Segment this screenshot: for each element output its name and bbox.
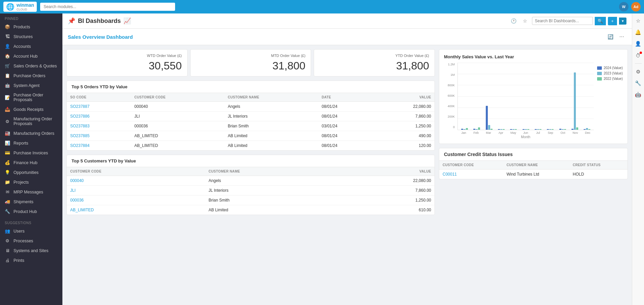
sidebar-item-reports[interactable]: 📊 Reports [0,138,62,148]
topbar-right: W Ad [619,2,641,11]
accounts-icon: 👤 [5,44,10,49]
table-cell: AB Limited [205,205,344,215]
sidebar-item-structures[interactable]: 🏗 Structures [0,32,62,41]
robot-strip-icon[interactable]: 🤖 [634,90,643,99]
sidebar-item-purchase-orders[interactable]: 📋 Purchase Orders [0,71,62,81]
settings-strip-icon[interactable]: ⚙ [634,67,643,77]
top5-customers-title: Top 5 Customers YTD by Value [67,155,435,167]
user-avatar[interactable]: W [619,2,628,11]
sidebar-item-projects-label: Projects [13,180,29,185]
add-button[interactable]: + [608,17,617,25]
month-group [581,128,593,130]
col-credit-status: CREDIT STATUS [569,161,627,170]
top5-orders-card: Top 5 Orders YTD by Value SO CODE CUSTOM… [66,81,435,151]
page-header: 📌 BI Dashboards 📈 🕐 ☆ 🔍 + ▼ [62,13,632,29]
table-cell: Angels [205,176,344,186]
add-caret-button[interactable]: ▼ [619,18,626,25]
sidebar-item-systems-sites[interactable]: 🖥 Systems and Sites [0,246,62,255]
col-value: VALUE [374,93,435,102]
finance-hub-icon: 💰 [5,160,10,165]
sidebar-item-mrp-messages[interactable]: ✉ MRP Messages [0,187,62,197]
strip-divider-1 [635,63,642,64]
col-customer-code: CUSTOMER CODE [131,93,224,102]
chart-bar [525,129,527,130]
chart-bar [537,129,539,130]
sidebar-item-goods-receipts[interactable]: 📥 Goods Receipts [0,104,62,114]
content-area: WTD Order Value (£) 30,550 MTD Order Val… [62,45,632,219]
col-cust-value: VALUE [344,167,435,176]
table-row: JLIJL Interiors7,860.00 [67,186,435,195]
search-bi-input[interactable] [532,17,593,25]
sidebar-item-projects[interactable]: 📁 Projects [0,177,62,187]
chart-legend: 2024 (Value) 2023 (Value) 2022 (Value) [597,63,623,139]
processes-icon: ⚙ [5,238,10,243]
systems-sites-icon: 🖥 [5,248,10,253]
sidebar-item-product-hub[interactable]: 🔧 Product Hub [0,207,62,216]
table-cell: 000040 [131,102,224,112]
table-cell: AB_LIMITED [131,141,224,151]
search-bi-button[interactable]: 🔍 [595,17,606,25]
chart-bar [574,72,576,130]
sidebar-item-accounts[interactable]: 👤 Accounts [0,41,62,51]
xaxis-label: Mar [482,131,495,134]
user-strip-icon[interactable]: 👤 [634,39,643,49]
opportunities-icon: 💡 [5,170,10,175]
legend-label-2022: 2022 (Value) [604,77,623,81]
month-group [507,129,520,130]
products-icon: 📦 [5,24,10,29]
chart-bar [500,129,502,130]
legend-dot-2022 [597,77,602,81]
admin-avatar[interactable]: Ad [631,2,641,11]
chart-card: Monthly Sales Value vs. Last Year 1.2M 1… [439,49,628,144]
refresh-button[interactable]: 🔄 [606,32,615,41]
xaxis-label: Jan [457,131,470,134]
sidebar-item-mfg-order-proposals[interactable]: ⚙ Manufacturing Order Proposals [0,114,62,128]
kpi-wtd: WTD Order Value (£) 30,550 [66,49,188,77]
sidebar-item-account-hub[interactable]: 🏠 Account Hub [0,51,62,61]
more-button[interactable]: ⋯ [617,32,626,41]
sidebar-item-finance-hub-label: Finance Hub [13,160,37,165]
table-row: SO237887000040Angels08/01/2422,080.00 [67,102,435,112]
sidebar-item-system-agent[interactable]: 🤖 System Agent [0,81,62,90]
search-modules-input[interactable] [40,3,175,11]
legend-2022: 2022 (Value) [597,77,623,81]
chart-bar [562,129,564,130]
clock-strip-icon[interactable]: ⏱ [634,51,643,60]
sidebar-item-finance-hub[interactable]: 💰 Finance Hub [0,158,62,167]
col-customer-name: CUSTOMER NAME [224,93,318,102]
sidebar-item-purchase-order-proposals[interactable]: 📝 Purchase Order Proposals [0,90,62,104]
logo[interactable]: 🌐 winman CLOUD [3,2,37,12]
wrench-strip-icon[interactable]: 🔧 [634,79,643,88]
table-row: SO237886JLIJL Interiors08/01/247,860.00 [67,112,435,121]
sidebar-item-products[interactable]: 📦 Products [0,22,62,32]
sidebar-item-purchase-invoices[interactable]: 💳 Purchase Invoices [0,148,62,158]
chart-bar [498,129,500,130]
sidebar-item-processes[interactable]: ⚙ Processes [0,236,62,246]
col-cust-code: CUSTOMER CODE [67,167,205,176]
sidebar-item-po-proposals-label: Purchase Order Proposals [13,93,58,102]
star-button[interactable]: ☆ [521,16,530,26]
month-group [520,129,532,130]
chart-bar [535,129,537,130]
sidebar-item-manufacturing-orders[interactable]: 🏭 Manufacturing Orders [0,128,62,138]
table-row: 000036Brian Smith1,250.00 [67,195,435,205]
table-cell: 08/01/24 [318,131,373,141]
goods-receipts-icon: 📥 [5,107,10,112]
chart-bar [586,128,588,130]
bell-strip-icon[interactable]: 🔔 [634,28,643,37]
dashboard-title: Sales Overview Dashboard [68,34,133,40]
chart-bar [527,129,529,130]
users-icon: 👥 [5,228,10,234]
sidebar-item-users[interactable]: 👥 Users [0,226,62,236]
sidebar-item-mfg-orders-label: Manufacturing Orders [13,131,54,136]
sidebar-item-sales-orders[interactable]: 🛒 Sales Orders & Quotes [0,61,62,71]
credit-table: CUSTOMER CODE CUSTOMER NAME CREDIT STATU… [439,161,627,179]
month-group [458,128,471,130]
star-strip-icon[interactable]: ☆ [634,16,643,26]
sidebar-item-shipments[interactable]: 🚚 Shipments [0,197,62,207]
sidebar-item-opportunities[interactable]: 💡 Opportunities [0,167,62,177]
history-button[interactable]: 🕐 [509,16,519,26]
month-group [569,72,581,130]
sidebar-item-mrp-messages-label: MRP Messages [13,190,43,194]
sidebar-item-prints[interactable]: 🖨 Prints [0,255,62,265]
